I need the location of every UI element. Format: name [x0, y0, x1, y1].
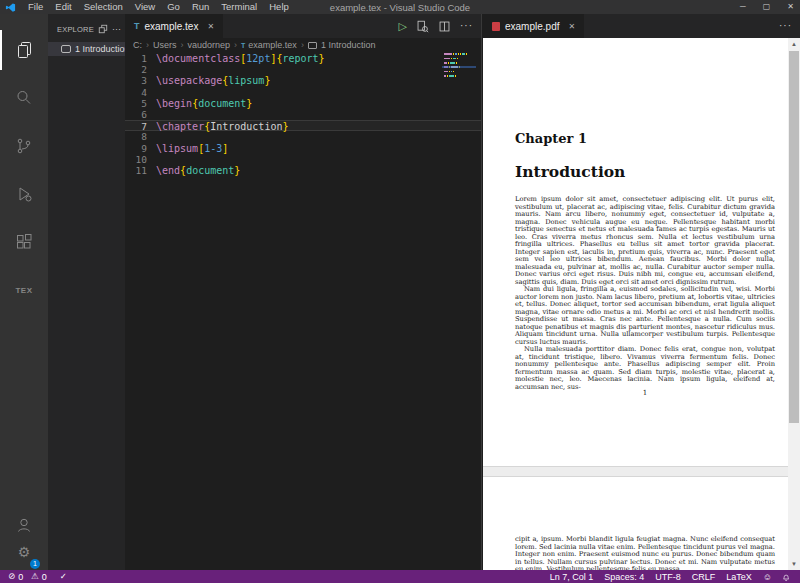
- sidebar-title: EXPLORER: OU...: [57, 25, 94, 34]
- collapse-all-icon[interactable]: [98, 24, 108, 34]
- scrollbar-thumb[interactable]: [789, 51, 799, 423]
- outline-item-label: 1 Introduction: [75, 44, 130, 54]
- errors-icon: ⊘: [8, 570, 15, 583]
- status-crlf[interactable]: CRLF: [692, 572, 716, 582]
- window-title: example.tex - Visual Studio Code: [0, 2, 800, 13]
- line-number: 11: [125, 165, 147, 176]
- breadcrumb-item[interactable]: vaudornep: [187, 40, 232, 50]
- close-tab-icon[interactable]: ✕: [568, 22, 575, 31]
- line-number: 9: [125, 143, 147, 154]
- more-actions-button[interactable]: ···: [779, 21, 792, 31]
- code-line-10[interactable]: 10: [125, 154, 481, 165]
- activity-bar: TEX ⚙ 1: [0, 14, 48, 570]
- pdf-file-icon: [492, 22, 500, 31]
- latex-workshop-icon[interactable]: TEX: [0, 270, 48, 310]
- code-line-3[interactable]: 3\usepackage{lipsum}: [125, 75, 481, 86]
- more-actions-icon[interactable]: ···: [112, 24, 121, 34]
- line-number: 7: [125, 121, 147, 130]
- feedback-smiley-icon[interactable]: ☺: [763, 572, 772, 582]
- maximize-button[interactable]: ▢: [763, 0, 771, 14]
- breadcrumb-item[interactable]: C:: [132, 40, 143, 50]
- code-editor[interactable]: 1\documentclass[12pt]{report}23\usepacka…: [125, 52, 481, 570]
- scroll-up-icon[interactable]: ▲: [788, 38, 800, 50]
- pdf-viewer: Chapter 1 Introduction Lorem ipsum dolor…: [483, 38, 800, 570]
- pdf-body-text: cipit a, ipsum. Morbi blandit ligula feu…: [515, 536, 775, 570]
- code-line-1[interactable]: 1\documentclass[12pt]{report}: [125, 53, 481, 64]
- vscode-window: FileEditSelectionViewGoRunTerminalHelp e…: [0, 0, 800, 583]
- breadcrumb-item[interactable]: Users: [152, 40, 178, 50]
- code-line-2[interactable]: 2: [125, 64, 481, 75]
- line-number: 5: [125, 98, 147, 109]
- build-status-check-icon[interactable]: ✓: [60, 570, 67, 583]
- chevron-right-icon: ›: [146, 40, 149, 50]
- warning-count: 0: [42, 572, 47, 582]
- minimap-line: [444, 75, 476, 77]
- breadcrumb-item[interactable]: 1 Introduction: [320, 40, 377, 50]
- explorer-sidebar: EXPLORER: OU... ··· 1 Introduction: [48, 14, 125, 570]
- chevron-right-icon: ›: [301, 40, 304, 50]
- line-number: 1: [125, 53, 147, 64]
- line-number: 10: [125, 154, 147, 165]
- build-latex-button[interactable]: ▷: [399, 21, 407, 32]
- pdf-paragraph: Lorem ipsum dolor sit amet, consectetuer…: [515, 196, 775, 286]
- symbol-icon: [61, 45, 71, 53]
- scroll-down-icon[interactable]: ▼: [788, 558, 800, 570]
- status-spaces-4[interactable]: Spaces: 4: [604, 572, 644, 582]
- run-debug-icon[interactable]: [0, 174, 48, 214]
- explorer-icon[interactable]: [0, 30, 48, 70]
- split-editor-button[interactable]: [438, 20, 451, 33]
- source-control-icon[interactable]: [0, 126, 48, 166]
- page-number: 1: [515, 389, 775, 397]
- search-icon[interactable]: [0, 78, 48, 118]
- code-line-11[interactable]: 11\end{document}: [125, 165, 481, 176]
- tab-example-tex[interactable]: T example.tex ✕: [125, 14, 223, 38]
- tex-file-icon: T: [134, 21, 140, 31]
- notifications-bell-icon[interactable]: [781, 572, 791, 582]
- pdf-paragraph: Nulla malesuada porttitor diam. Donec fe…: [515, 346, 775, 391]
- page-separator: [483, 466, 788, 477]
- sidebar-header: EXPLORER: OU... ···: [48, 14, 125, 36]
- line-number: 8: [125, 131, 147, 142]
- settings-badge: 1: [30, 559, 40, 569]
- tab-example-pdf[interactable]: example.pdf ✕: [483, 14, 584, 38]
- outline-item-introduction[interactable]: 1 Introduction: [48, 42, 125, 56]
- window-controls: ─ ▢ ✕: [740, 0, 794, 14]
- code-line-5[interactable]: 5\begin{document}: [125, 98, 481, 109]
- code-line-6[interactable]: 6: [125, 109, 481, 120]
- settings-gear-icon[interactable]: ⚙ 1: [0, 532, 48, 572]
- code-line-4[interactable]: 4: [125, 87, 481, 98]
- status-utf-8[interactable]: UTF-8: [655, 572, 681, 582]
- pdf-paragraph: Nam dui ligula, fringilla a, euismod sod…: [515, 286, 775, 346]
- tab-bar: example.pdf ✕ ···: [483, 14, 800, 38]
- close-button[interactable]: ✕: [787, 0, 794, 14]
- line-number: 3: [125, 75, 147, 86]
- extensions-icon[interactable]: [0, 222, 48, 262]
- status-bar: ⊘ 0 ⚠ 0 ✓ Ln 7, Col 1Spaces: 4UTF-8CRLFL…: [0, 570, 800, 583]
- pdf-body-text: Lorem ipsum dolor sit amet, consectetuer…: [515, 196, 775, 391]
- line-number: 4: [125, 87, 147, 98]
- minimize-button[interactable]: ─: [740, 0, 746, 14]
- error-count: 0: [18, 572, 23, 582]
- code-line-9[interactable]: 9\lipsum[1-3]: [125, 143, 481, 154]
- symbol-icon: [308, 42, 317, 49]
- code-line-7[interactable]: 7\chapter{Introduction}: [125, 120, 481, 131]
- status-latex[interactable]: LaTeX: [726, 572, 752, 582]
- editor-actions: ▷ ···: [399, 14, 481, 38]
- problems-status[interactable]: ⊘ 0 ⚠ 0 ✓: [0, 570, 67, 583]
- tab-bar: T example.tex ✕ ▷ ···: [125, 14, 481, 38]
- status-ln-7-col-1[interactable]: Ln 7, Col 1: [550, 572, 594, 582]
- chevron-right-icon: ›: [181, 40, 184, 50]
- close-tab-icon[interactable]: ✕: [207, 22, 214, 31]
- code-lines: 1\documentclass[12pt]{report}23\usepacka…: [125, 53, 481, 176]
- title-bar: FileEditSelectionViewGoRunTerminalHelp e…: [0, 0, 800, 14]
- scrollbar[interactable]: ▲ ▼: [788, 38, 800, 570]
- more-actions-button[interactable]: ···: [460, 21, 473, 31]
- view-pdf-button[interactable]: [416, 20, 429, 33]
- tex-file-icon: T: [241, 42, 245, 49]
- chevron-right-icon: ›: [234, 40, 237, 50]
- code-line-8[interactable]: 8: [125, 131, 481, 142]
- minimap[interactable]: [442, 53, 476, 83]
- status-right: Ln 7, Col 1Spaces: 4UTF-8CRLFLaTeX ☺: [550, 572, 800, 582]
- breadcrumb-item[interactable]: example.tex: [247, 40, 298, 50]
- warnings-icon: ⚠: [31, 570, 39, 583]
